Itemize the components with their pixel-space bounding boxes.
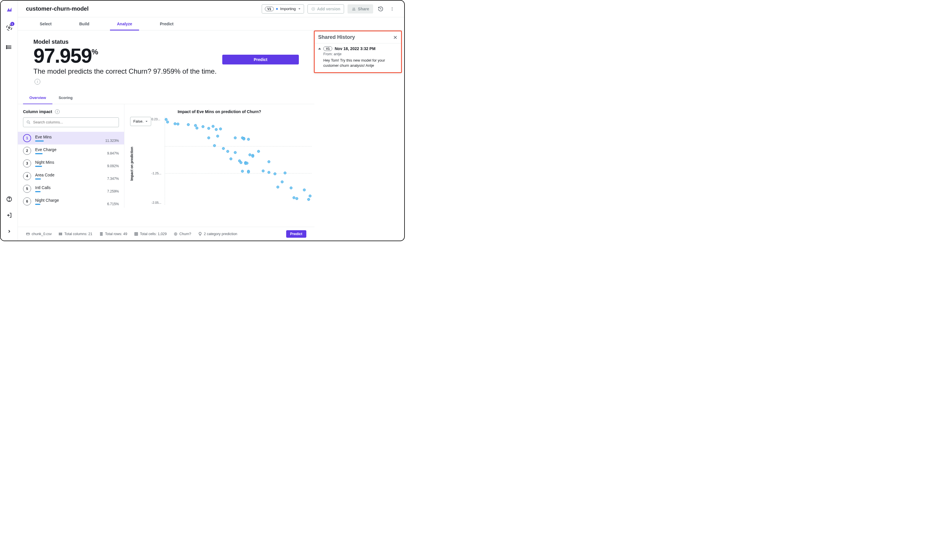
impact-value: 7.259% (107, 189, 119, 193)
impact-rank: 6 (23, 197, 31, 205)
scatter-point (234, 136, 237, 139)
impact-item[interactable]: 5 Intl Calls 7.259% (18, 182, 124, 195)
svg-point-18 (27, 121, 29, 123)
impact-item[interactable]: 6 Night Charge 6.715% (18, 195, 124, 208)
scatter-point (251, 155, 254, 158)
svg-point-17 (392, 10, 393, 10)
scatter-point (213, 144, 216, 147)
impact-item[interactable]: 4 Area Code 7.347% (18, 170, 124, 182)
tab-predict[interactable]: Predict (146, 17, 187, 31)
app-header: customer-churn-model V1 Importing Add ve… (18, 1, 404, 17)
sub-tab-scoring[interactable]: Scoring (52, 92, 79, 104)
kebab-menu-icon[interactable] (388, 5, 396, 13)
scatter-point (240, 161, 242, 164)
svg-rect-22 (59, 232, 60, 235)
tab-select[interactable]: Select (26, 17, 65, 31)
impact-name: Intl Calls (35, 185, 119, 190)
svg-point-13 (353, 8, 354, 9)
scatter-point (241, 170, 244, 173)
rows-icon (99, 232, 103, 236)
main-tabs: Select Build Analyze Predict (18, 17, 404, 31)
sub-tab-overview[interactable]: Overview (23, 92, 52, 104)
scatter-point (283, 172, 286, 174)
y-axis-label: Impact on prediction (130, 147, 134, 181)
models-nav-icon[interactable]: 1 (5, 24, 13, 32)
entry-date: Nov 18, 2022 3:32 PM (334, 46, 376, 51)
scatter-point (166, 121, 169, 123)
svg-line-19 (29, 123, 30, 124)
bulb-icon (198, 232, 202, 236)
scatter-point (207, 127, 210, 130)
info-icon[interactable]: i (35, 79, 40, 85)
scatter-point (177, 123, 179, 125)
accuracy-value: 97.959% (33, 46, 222, 66)
history-entry-header[interactable]: V1 Nov 18, 2022 3:32 PM (318, 46, 397, 51)
impact-rank: 3 (23, 159, 31, 168)
svg-point-6 (6, 48, 7, 49)
columns-icon (59, 232, 63, 236)
version-selector[interactable]: V1 Importing (262, 4, 304, 14)
impact-rank: 5 (23, 185, 31, 193)
svg-point-4 (6, 45, 7, 46)
scatter-point (246, 162, 248, 165)
entry-message: Hey Tom! Try this new model for your cus… (323, 58, 397, 68)
y-tick: -1.25... (151, 172, 161, 175)
scatter-point (216, 135, 219, 138)
entry-from: From: antje (323, 52, 397, 56)
svg-rect-24 (61, 232, 62, 235)
svg-point-15 (392, 7, 393, 8)
class-selector[interactable]: False. (130, 117, 151, 126)
scatter-point (187, 123, 190, 126)
info-icon[interactable]: i (55, 109, 60, 114)
share-button[interactable]: Share (348, 4, 373, 14)
scatter-point (234, 151, 237, 154)
impact-chart: Impact of Eve Mins on prediction of Chur… (125, 104, 314, 208)
expand-rail-icon[interactable] (5, 227, 13, 235)
impact-rank: 4 (23, 172, 31, 180)
version-badge: V1 (265, 7, 274, 11)
scatter-point (174, 122, 177, 125)
impact-item[interactable]: 3 Night Mins 9.092% (18, 157, 124, 170)
predict-button-small[interactable]: Predict (286, 230, 307, 238)
impact-name: Eve Charge (35, 147, 119, 152)
scatter-point (226, 150, 229, 153)
scatter-point (202, 125, 205, 128)
scatter-point (268, 171, 270, 174)
column-impact-title: Column impact i (23, 109, 119, 114)
list-nav-icon[interactable] (5, 43, 13, 51)
scatter-point (303, 188, 306, 191)
impact-name: Night Charge (35, 198, 119, 203)
type-indicator: 2 category prediction (198, 232, 237, 236)
impact-item[interactable]: 2 Eve Charge 9.847% (18, 145, 124, 157)
y-tick: -2.05... (151, 201, 161, 204)
grid-icon (134, 232, 138, 236)
tab-analyze[interactable]: Analyze (103, 17, 146, 31)
file-indicator[interactable]: chunk_0.csv (26, 232, 52, 236)
close-icon[interactable] (393, 35, 397, 40)
predict-button[interactable]: Predict (222, 55, 299, 65)
add-version-button[interactable]: Add version (308, 4, 344, 14)
people-icon (351, 7, 356, 11)
caret-up-icon (318, 48, 321, 49)
plus-circle-icon (311, 7, 315, 11)
impact-item[interactable]: 1 Eve Mins 11.323% (18, 132, 124, 145)
logout-icon[interactable] (5, 211, 13, 219)
scatter-point (219, 128, 222, 130)
target-indicator: Churn? (174, 232, 191, 236)
svg-rect-20 (26, 233, 30, 235)
impact-value: 9.092% (107, 164, 119, 168)
scatter-point (276, 186, 279, 188)
svg-rect-26 (100, 233, 103, 234)
help-icon[interactable] (5, 195, 13, 203)
scatter-point (268, 160, 270, 163)
search-columns-input[interactable] (23, 117, 119, 127)
scatter-point (290, 186, 293, 189)
scatter-point (296, 197, 298, 200)
tab-build[interactable]: Build (65, 17, 103, 31)
app-logo-icon[interactable] (6, 6, 13, 13)
model-title: customer-churn-model (26, 5, 89, 12)
scatter-point (247, 138, 250, 141)
analysis-sub-tabs: Overview Scoring (18, 92, 314, 104)
svg-point-16 (392, 8, 393, 9)
history-icon[interactable] (377, 5, 385, 13)
